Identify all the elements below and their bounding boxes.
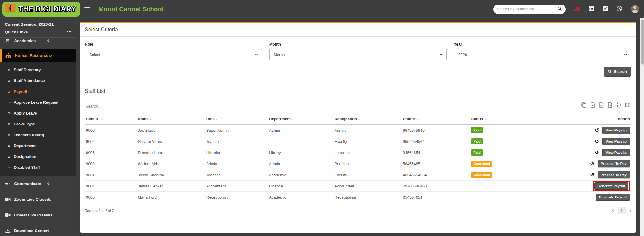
sidebar-item-label: Human Resource bbox=[15, 53, 48, 58]
view-payslip-button[interactable]: View Payslip bbox=[602, 138, 630, 145]
sidebar-item-label: Designation bbox=[14, 154, 36, 159]
cell-staff-id: 9001 bbox=[85, 169, 137, 181]
year-select[interactable]: 2020 bbox=[454, 49, 631, 60]
column-visibility-icon[interactable] bbox=[625, 102, 630, 108]
scrollbar-thumb[interactable] bbox=[641, 19, 644, 65]
search-button[interactable]: Search bbox=[604, 67, 631, 77]
menu-toggle-icon[interactable] bbox=[84, 7, 90, 11]
col-name[interactable]: Name▾ bbox=[137, 114, 205, 125]
col-action: Action bbox=[544, 114, 631, 125]
tasks-check-icon[interactable] bbox=[602, 6, 608, 13]
col-phone[interactable]: Phone▾ bbox=[402, 114, 470, 125]
cell-designation: Principal bbox=[333, 158, 402, 169]
highlight-box: Generate Payroll bbox=[593, 181, 630, 191]
cell-role: Teacher bbox=[205, 169, 268, 181]
table-toolbar bbox=[80, 98, 636, 110]
pdf-export-icon[interactable] bbox=[608, 102, 613, 108]
criteria-title: Select Criteria bbox=[80, 23, 636, 36]
cell-designation: Receptionist bbox=[333, 192, 402, 203]
page-scrollbar[interactable] bbox=[640, 18, 644, 236]
undo-icon[interactable]: ↺ bbox=[590, 161, 594, 166]
sidebar-item-gmeet-live-classes[interactable]: Gmeet Live Classes bbox=[0, 207, 76, 223]
status-badge: Paid bbox=[471, 127, 483, 133]
double-angle-icon: » bbox=[8, 78, 11, 83]
generate-payroll-button[interactable]: Generate Payroll bbox=[596, 194, 630, 201]
sidebar-item-zoom-live-classes[interactable]: Zoom Live Classes bbox=[0, 191, 76, 207]
year-select-value: 2020 bbox=[458, 52, 467, 57]
sidebar-item-teachers-rating[interactable]: »Teachers Rating bbox=[0, 129, 76, 140]
quick-links[interactable]: Quick Links bbox=[0, 27, 76, 37]
col-status[interactable]: Status▾ bbox=[470, 114, 544, 125]
search-icon[interactable] bbox=[557, 6, 562, 12]
table-row: 9000 Joe Black Super Admin Admin Admin 6… bbox=[85, 125, 631, 136]
excel-export-icon[interactable] bbox=[590, 102, 595, 108]
video-camera-icon bbox=[5, 213, 11, 217]
sidebar-item-academics[interactable]: Academics bbox=[0, 38, 76, 45]
col-staff-id[interactable]: Staff ID▾ bbox=[85, 114, 137, 125]
language-flag-icon[interactable] bbox=[574, 7, 580, 11]
calendar-icon[interactable] bbox=[588, 5, 594, 13]
cell-name: Jason Sharlton bbox=[137, 169, 205, 181]
cell-phone: 79786546463 bbox=[402, 181, 470, 192]
double-angle-icon: » bbox=[8, 165, 11, 170]
sidebar-item-designation[interactable]: »Designation bbox=[0, 151, 76, 162]
cell-staff-id: 9004 bbox=[85, 181, 137, 192]
table-search-input[interactable] bbox=[85, 103, 137, 110]
sidebar-item-label: Zoom Live Classes bbox=[14, 197, 51, 202]
month-select[interactable]: March bbox=[269, 49, 447, 60]
proceed-to-pay-button[interactable]: Proceed To Pay bbox=[598, 160, 630, 167]
sidebar-item-human-resource[interactable]: Human Resource bbox=[0, 49, 76, 62]
sidebar-item-download-center[interactable]: Download Center bbox=[0, 223, 76, 236]
undo-icon[interactable]: ↺ bbox=[595, 128, 599, 133]
sidebar-item-staff-directory[interactable]: »Staff Directory bbox=[0, 64, 76, 75]
content-panel: Select Criteria Role Select Month March bbox=[80, 22, 636, 233]
search-icon bbox=[608, 70, 612, 74]
proceed-to-pay-button[interactable]: Proceed To Pay bbox=[598, 171, 630, 178]
grid-icon[interactable] bbox=[67, 30, 71, 34]
col-department[interactable]: Department▾ bbox=[268, 114, 333, 125]
sidebar-item-communicate[interactable]: Communicate bbox=[0, 176, 76, 191]
print-icon[interactable] bbox=[616, 102, 621, 108]
page-number[interactable]: 1 bbox=[618, 207, 626, 214]
sidebar-item-label: Disabled Staff bbox=[14, 165, 40, 170]
sidebar-item-disabled-staff[interactable]: »Disabled Staff bbox=[0, 162, 76, 173]
header-search bbox=[493, 5, 566, 14]
sidebar-item-label: Apply Leave bbox=[14, 111, 37, 115]
sidebar-item-department[interactable]: »Department bbox=[0, 140, 76, 151]
col-designation[interactable]: Designation▾ bbox=[333, 114, 402, 125]
view-payslip-button[interactable]: View Payslip bbox=[602, 127, 630, 134]
undo-icon[interactable]: ↺ bbox=[590, 172, 594, 178]
cell-department: Admin bbox=[268, 158, 333, 169]
sidebar-item-approve-leave-request[interactable]: »Approve Leave Request bbox=[0, 97, 76, 108]
copy-icon[interactable] bbox=[581, 102, 586, 108]
generate-payroll-button[interactable]: Generate Payroll bbox=[594, 182, 628, 190]
sidebar-item-payroll[interactable]: »Payroll bbox=[0, 86, 76, 97]
undo-icon[interactable]: ↺ bbox=[595, 150, 599, 155]
month-label: Month bbox=[269, 42, 447, 46]
sidebar-item-label: Academics bbox=[14, 39, 36, 43]
whatsapp-icon[interactable] bbox=[616, 5, 623, 13]
prev-page-icon[interactable] bbox=[612, 209, 614, 212]
cell-designation: Admin bbox=[333, 125, 402, 136]
student-search-input[interactable] bbox=[497, 7, 556, 11]
role-select[interactable]: Select bbox=[85, 49, 262, 60]
sort-icon: ▾ bbox=[150, 118, 152, 121]
user-avatar[interactable] bbox=[631, 5, 639, 13]
sitemap-icon bbox=[5, 53, 11, 58]
undo-icon[interactable]: ↺ bbox=[595, 139, 599, 144]
school-name: Mount Carmel School bbox=[98, 5, 163, 13]
cell-name: Maria Ford bbox=[137, 192, 205, 203]
records-count: Records: 1 to 7 of 7 bbox=[85, 209, 114, 212]
csv-export-icon[interactable] bbox=[599, 102, 604, 108]
cell-phone: 34564654 bbox=[402, 147, 470, 158]
col-role[interactable]: Role▾ bbox=[205, 114, 268, 125]
human-resource-submenu: »Staff Directory »Staff Attendance »Payr… bbox=[0, 62, 76, 176]
chevron-down-icon bbox=[255, 53, 258, 55]
sidebar-item-staff-attendance[interactable]: »Staff Attendance bbox=[0, 75, 76, 86]
view-payslip-button[interactable]: View Payslip bbox=[602, 149, 630, 156]
cell-designation: Faculty bbox=[333, 169, 402, 181]
next-page-icon[interactable] bbox=[629, 209, 631, 212]
brand-logo[interactable]: THE DIGI DIARY bbox=[2, 2, 80, 17]
sidebar-item-leave-type[interactable]: »Leave Type bbox=[0, 118, 76, 129]
sidebar-item-apply-leave[interactable]: »Apply Leave bbox=[0, 108, 76, 118]
